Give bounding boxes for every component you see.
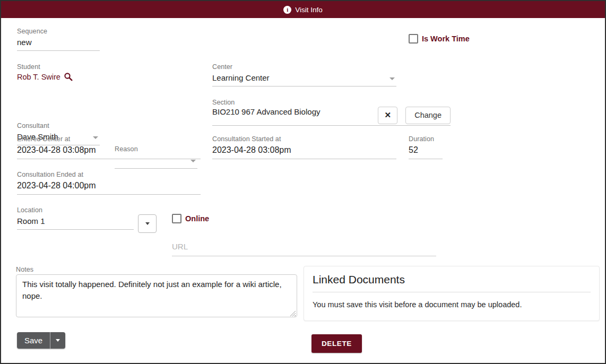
online-label[interactable]: Online — [185, 214, 209, 223]
linked-documents-title: Linked Documents — [313, 273, 591, 286]
chevron-down-icon — [56, 339, 60, 342]
center-value: Learning Center — [212, 71, 396, 86]
consultation-ended-at-field: Consultation Ended at 2023-04-28 04:00pm — [17, 171, 201, 195]
linked-documents-card: Linked Documents You must save this visi… — [304, 266, 600, 321]
url-field — [172, 240, 436, 256]
duration-input[interactable]: 52 — [409, 143, 443, 159]
clear-section-button[interactable]: ✕ — [378, 107, 397, 124]
change-section-button[interactable]: Change — [405, 107, 451, 124]
student-value[interactable]: Rob T. Swire — [17, 73, 60, 81]
entered-center-at-label: Entered Center at — [17, 135, 201, 143]
location-dropdown-button[interactable] — [138, 214, 157, 233]
save-split-button: Save — [17, 332, 65, 349]
online-field: Online — [172, 214, 209, 223]
is-work-time-checkbox[interactable] — [409, 34, 418, 44]
consultation-started-at-input[interactable]: 2023-04-28 03:08pm — [212, 143, 396, 159]
center-label: Center — [212, 63, 396, 71]
visit-info-page: i Visit Info Sequence new Is Work Time S… — [0, 0, 606, 364]
is-work-time-label[interactable]: Is Work Time — [422, 34, 470, 43]
is-work-time-field: Is Work Time — [409, 34, 470, 44]
sequence-input[interactable]: new — [17, 35, 100, 51]
notes-textarea[interactable]: This visit totally happened. Definitely … — [16, 274, 297, 317]
notes-label: Notes — [16, 266, 297, 273]
page-title: Visit Info — [295, 6, 323, 14]
consultation-ended-at-input[interactable]: 2023-04-28 04:00pm — [17, 178, 201, 195]
center-select[interactable]: Center Learning Center — [212, 63, 396, 86]
section-field: Section BIO210 967 Advanced Biology ✕ Ch… — [212, 99, 451, 126]
student-label: Student — [17, 63, 73, 71]
notes-field: Notes This visit totally happened. Defin… — [16, 266, 297, 319]
url-input[interactable] — [172, 240, 436, 256]
save-button[interactable]: Save — [17, 332, 50, 349]
linked-documents-message: You must save this visit before a docume… — [313, 300, 591, 309]
divider — [313, 292, 591, 292]
duration-field: Duration 52 — [409, 135, 443, 159]
location-field: Location Room 1 — [17, 206, 134, 230]
consultation-started-at-label: Consultation Started at — [212, 135, 396, 143]
search-icon[interactable] — [64, 72, 73, 81]
location-label: Location — [17, 206, 134, 214]
online-checkbox[interactable] — [172, 214, 181, 223]
sequence-field: Sequence new — [17, 28, 100, 51]
chevron-down-icon — [389, 77, 395, 80]
chevron-down-icon — [191, 160, 196, 162]
consultation-ended-at-label: Consultation Ended at — [17, 171, 201, 178]
location-input[interactable]: Room 1 — [17, 214, 134, 230]
consultant-label: Consultant — [17, 122, 100, 129]
save-dropdown-button[interactable] — [50, 332, 65, 349]
section-label: Section — [212, 99, 451, 106]
delete-button[interactable]: DELETE — [311, 334, 362, 353]
chevron-down-icon — [145, 222, 150, 225]
visit-info-header: i Visit Info — [1, 1, 605, 18]
entered-center-at-input[interactable]: 2023-04-28 03:08pm — [17, 143, 201, 159]
student-field: Student Rob T. Swire — [17, 63, 73, 81]
entered-center-at-field: Entered Center at 2023-04-28 03:08pm — [17, 135, 201, 159]
duration-label: Duration — [409, 135, 443, 143]
x-icon: ✕ — [384, 110, 391, 119]
sequence-label: Sequence — [17, 28, 100, 35]
info-icon: i — [283, 6, 291, 14]
section-value: BIO210 967 Advanced Biology — [212, 106, 378, 116]
consultation-started-at-field: Consultation Started at 2023-04-28 03:08… — [212, 135, 396, 159]
